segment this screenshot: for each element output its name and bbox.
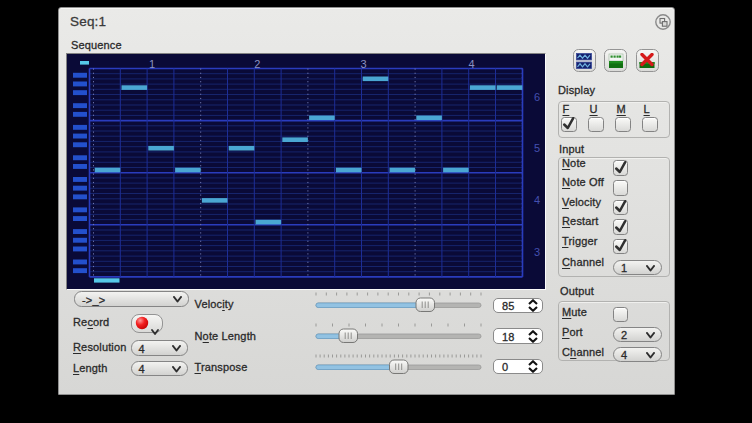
svg-text:1: 1 [149, 58, 155, 70]
svg-text:3: 3 [361, 58, 367, 70]
svg-text:6: 6 [534, 91, 540, 103]
svg-text:2: 2 [254, 58, 260, 70]
svg-text:3: 3 [534, 246, 540, 258]
svg-text:4: 4 [534, 194, 540, 206]
svg-text:5: 5 [534, 142, 540, 154]
svg-text:4: 4 [469, 58, 475, 70]
